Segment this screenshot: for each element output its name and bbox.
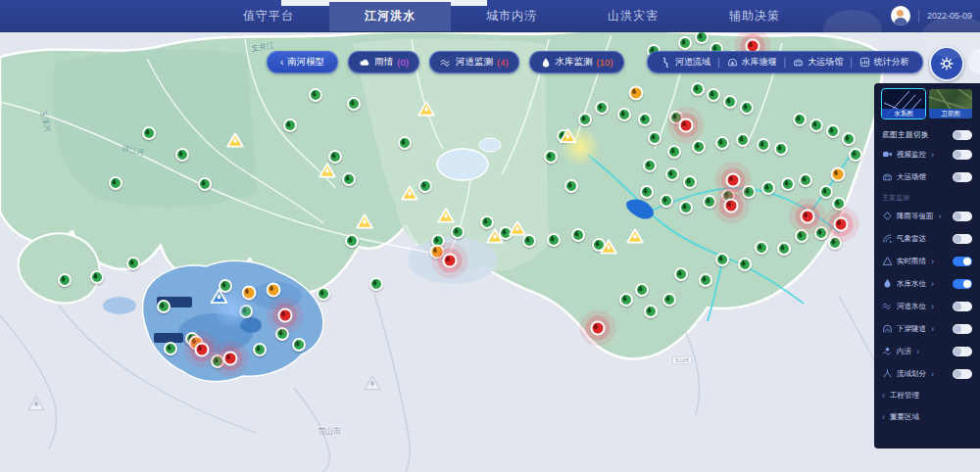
flood-triangle-marker[interactable] <box>210 288 255 329</box>
menu-item-reservoir-ponds[interactable]: 水库塘堰 <box>720 56 784 69</box>
basemap-satellite-map[interactable]: 卫星图 <box>929 89 972 118</box>
underpass-tunnel-toggle[interactable] <box>953 324 972 334</box>
menu-item-river-basin[interactable]: 河道流域 <box>654 56 717 69</box>
station-marker-alarm[interactable] <box>801 210 815 224</box>
sidebar-item-realtime-rain[interactable]: 实时雨情› <box>882 250 972 272</box>
station-marker-normal[interactable] <box>828 236 842 250</box>
station-marker-normal[interactable] <box>198 177 212 191</box>
station-marker-normal[interactable] <box>643 159 657 172</box>
station-marker-normal[interactable] <box>757 138 770 152</box>
station-marker-warning[interactable] <box>267 283 281 298</box>
station-marker-normal[interactable] <box>619 293 633 307</box>
station-marker-warning[interactable] <box>831 167 846 182</box>
reservoir-monitor-button[interactable]: 水库监测(10) <box>529 51 624 73</box>
station-marker-alarm[interactable] <box>443 254 458 268</box>
station-marker-normal[interactable] <box>849 148 862 162</box>
station-marker-normal[interactable] <box>544 150 558 164</box>
warning-triangle-marker[interactable] <box>401 185 419 202</box>
station-marker-normal[interactable] <box>595 101 609 115</box>
user-avatar[interactable] <box>891 6 910 25</box>
station-marker-normal[interactable] <box>679 201 693 214</box>
inactive-triangle-marker[interactable] <box>27 396 46 412</box>
station-marker-normal[interactable] <box>777 242 791 256</box>
menu-item-statistics[interactable]: 统计分析 <box>853 56 916 69</box>
universiade-venues-toggle[interactable] <box>953 172 972 182</box>
station-marker-normal[interactable] <box>699 273 712 287</box>
station-marker-normal[interactable] <box>253 343 267 356</box>
station-marker-normal[interactable] <box>347 97 361 111</box>
station-marker-normal[interactable] <box>738 258 752 271</box>
station-marker-normal[interactable] <box>723 95 737 109</box>
station-marker-normal[interactable] <box>342 172 356 186</box>
sidebar-item-video-monitor[interactable]: 视频监控› <box>882 143 972 165</box>
station-marker-normal[interactable] <box>826 124 840 138</box>
station-marker-normal[interactable] <box>740 101 754 115</box>
station-marker-alarm[interactable] <box>834 217 849 232</box>
station-marker-normal[interactable] <box>691 82 705 96</box>
station-marker-normal[interactable] <box>142 126 156 140</box>
warning-triangle-marker[interactable] <box>318 163 337 179</box>
station-marker-alarm[interactable] <box>195 343 210 357</box>
station-marker-normal[interactable] <box>644 305 658 318</box>
basemap-water-system-map[interactable]: 水系图 <box>882 89 925 118</box>
river-monitor-button[interactable]: 河道监测(4) <box>429 51 519 73</box>
station-marker-normal[interactable] <box>275 327 289 341</box>
warning-triangle-marker[interactable] <box>226 132 245 149</box>
station-marker-normal[interactable] <box>695 30 709 44</box>
station-marker-normal[interactable] <box>814 226 828 240</box>
station-marker-normal[interactable] <box>742 185 756 199</box>
station-marker-alarm[interactable] <box>679 118 694 133</box>
station-marker-alarm[interactable] <box>724 199 739 213</box>
station-marker-normal[interactable] <box>761 181 775 195</box>
station-marker-normal[interactable] <box>309 88 322 102</box>
station-marker-normal[interactable] <box>164 342 177 355</box>
reservoir-level-toggle[interactable] <box>953 279 972 289</box>
station-marker-normal[interactable] <box>571 228 585 242</box>
rainfall-isosurface-toggle[interactable] <box>953 212 972 221</box>
sidebar-item-reservoir-level[interactable]: 水库水位› <box>882 272 972 295</box>
station-marker-normal[interactable] <box>90 270 104 284</box>
station-marker-normal[interactable] <box>842 132 856 146</box>
weather-radar-toggle[interactable] <box>953 234 972 244</box>
sidebar-item-basin-division[interactable]: 流域划分› <box>882 362 972 385</box>
sidebar-item-underpass-tunnel[interactable]: 下穿隧道› <box>882 317 972 340</box>
station-marker-alarm[interactable] <box>223 352 238 366</box>
realtime-rain-toggle[interactable] <box>953 257 972 266</box>
station-marker-normal[interactable] <box>703 195 716 209</box>
sidebar-item-rainfall-isosurface[interactable]: 降雨等值面› <box>882 205 972 227</box>
station-marker-normal[interactable] <box>819 185 833 199</box>
station-marker-normal[interactable] <box>674 267 688 281</box>
station-marker-alarm[interactable] <box>278 308 293 323</box>
station-marker-normal[interactable] <box>617 108 631 121</box>
sidebar-link-project-management[interactable]: ‹工程管理 <box>882 385 972 406</box>
station-marker-normal[interactable] <box>398 136 412 150</box>
station-marker-normal[interactable] <box>662 293 676 307</box>
station-marker-normal[interactable] <box>755 241 768 255</box>
station-marker-alarm[interactable] <box>591 321 606 336</box>
station-marker-normal[interactable] <box>317 287 330 301</box>
station-marker-normal[interactable] <box>564 179 578 193</box>
tab-decision-support[interactable]: 辅助决策 <box>694 0 815 31</box>
station-marker-normal[interactable] <box>809 118 823 132</box>
station-marker-normal[interactable] <box>418 179 432 193</box>
station-marker-normal[interactable] <box>707 88 720 102</box>
sidebar-link-key-areas[interactable]: ‹重要区域 <box>882 406 972 428</box>
station-marker-normal[interactable] <box>58 273 72 287</box>
inactive-triangle-marker[interactable] <box>364 375 382 392</box>
station-marker-normal[interactable] <box>683 175 697 189</box>
station-marker-normal[interactable] <box>692 140 706 154</box>
station-marker-normal[interactable] <box>832 197 846 211</box>
basin-division-toggle[interactable] <box>953 369 972 379</box>
sidebar-item-river-level[interactable]: 河道水位› <box>882 295 972 317</box>
warning-triangle-marker[interactable] <box>509 220 527 237</box>
station-marker-normal[interactable] <box>648 131 662 145</box>
station-marker-normal[interactable] <box>715 253 729 266</box>
warning-triangle-glow-marker[interactable] <box>559 127 602 166</box>
station-marker-normal[interactable] <box>175 148 189 162</box>
station-marker-normal[interactable] <box>638 113 652 126</box>
station-marker-normal[interactable] <box>795 229 808 243</box>
station-marker-normal[interactable] <box>578 113 592 126</box>
warning-triangle-marker[interactable] <box>486 228 505 245</box>
station-marker-normal[interactable] <box>715 136 729 150</box>
station-marker-normal[interactable] <box>665 167 679 181</box>
